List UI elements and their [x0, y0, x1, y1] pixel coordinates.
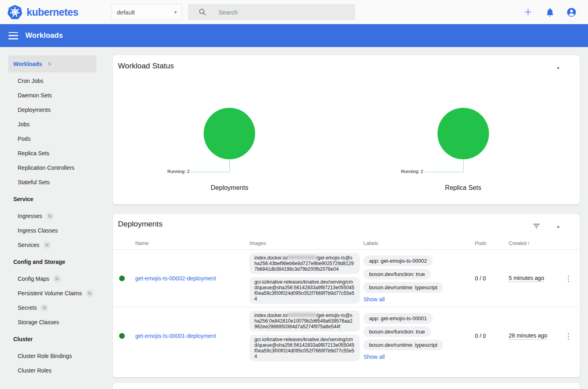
table-row: get-emojis-ts-00002-deploymentindex.dock… [113, 249, 580, 307]
label-chip: app: get-emojis-ts-00002 [363, 255, 433, 266]
sidebar-item-jobs[interactable]: Jobs [8, 117, 97, 132]
col-created[interactable]: Created↑ [509, 241, 557, 246]
sidebar-item-deployments[interactable]: Deployments [8, 103, 97, 117]
namespace-select[interactable]: default ▾ [111, 4, 182, 20]
sidebar-item-label: Service [13, 196, 33, 202]
sidebar-item-label: Cron Jobs [18, 78, 43, 84]
show-all-link[interactable]: Show all [363, 296, 385, 303]
pie-chart [437, 108, 489, 159]
sidebar-item-stateful-sets[interactable]: Stateful Sets [8, 175, 97, 189]
workload-status-card: Workload Status ▲ Running: 2DeploymentsR… [113, 55, 580, 204]
filter-icon[interactable] [532, 222, 541, 230]
bell-icon [545, 7, 555, 17]
image-chip: gcr.io/knative-releases/knative.dev/serv… [250, 277, 360, 304]
page-title: Workloads [25, 31, 63, 40]
sidebar-section-cluster: Cluster [8, 332, 97, 346]
col-pods: Pods [475, 241, 509, 246]
sidebar-item-services[interactable]: ServicesN [8, 238, 97, 252]
kebab-menu-icon[interactable]: ⋮ [565, 332, 572, 340]
notifications-button[interactable] [545, 7, 555, 17]
status-chart-deployments: Running: 2Deployments [113, 55, 347, 204]
sidebar-item-label: Replica Sets [18, 150, 50, 156]
deployment-link[interactable]: get-emojis-ts-00002-deployment [135, 275, 216, 282]
brand-text: kubernetes [27, 6, 78, 18]
deployments-title: Deployments [118, 220, 163, 228]
top-bar: kubernetes default ▾ [0, 0, 588, 24]
sidebar-item-storage-classes[interactable]: Storage Classes [8, 315, 97, 329]
search-input[interactable] [219, 9, 339, 16]
create-button[interactable] [523, 7, 533, 17]
account-button[interactable] [566, 7, 577, 17]
pods-cell: 0 / 0 [475, 253, 509, 304]
next-card-partial [113, 383, 580, 389]
pie-annotation: Running: 2 [401, 169, 423, 174]
status-cell [113, 311, 135, 361]
sidebar-item-label: Ingresses [18, 213, 42, 219]
annotation-line [191, 172, 229, 172]
created-value: 5 minutes ago [509, 275, 544, 282]
image-chip: index.docker.io//get-emojis-ts@sha256:0e… [250, 311, 360, 331]
table-header-row: Name Images Labels Pods Created↑ [113, 237, 580, 249]
new-badge: N [45, 60, 54, 68]
sidebar-section-config-and-storage: Config and Storage [8, 255, 97, 269]
annotation-line [463, 159, 464, 172]
col-labels: Labels [363, 241, 475, 246]
redacted-text [288, 313, 316, 317]
menu-icon[interactable] [8, 32, 18, 39]
label-chip: app: get-emojis-ts-00001 [363, 313, 433, 324]
running-status-icon [119, 333, 125, 339]
account-circle-icon [566, 7, 577, 18]
deployment-link[interactable]: get-emojis-ts-00001-deployment [135, 333, 216, 339]
labels-cell: app: get-emojis-ts-00002boson.dev/functi… [363, 253, 475, 304]
sidebar-item-persistent-volume-claims[interactable]: Persistent Volume ClaimsN [8, 286, 97, 300]
search-bar[interactable] [188, 4, 355, 20]
col-name: Name [135, 241, 250, 246]
search-icon [198, 8, 206, 16]
label-chip: boson.dev/runtime: typescript [363, 282, 443, 293]
deployments-card: Deployments ▲ Name Images Labels Pods Cr… [113, 214, 580, 377]
new-badge: N [43, 241, 51, 249]
images-cell: index.docker.io//get-emojis-ts@sha256:0e… [250, 311, 363, 361]
new-badge: N [40, 304, 48, 312]
sidebar-item-workloads[interactable]: WorkloadsN [8, 56, 97, 72]
redacted-text [288, 255, 316, 259]
sidebar-item-replication-controllers[interactable]: Replication Controllers [8, 161, 97, 175]
image-chip: gcr.io/knative-releases/knative.dev/serv… [250, 335, 360, 361]
sidebar-item-cron-jobs[interactable]: Cron Jobs [8, 74, 97, 88]
sidebar-item-label: Cluster [13, 336, 33, 342]
sidebar-item-replica-sets[interactable]: Replica Sets [8, 146, 97, 161]
sidebar-item-label: Cluster Roles [18, 367, 52, 374]
sidebar-item-label: Persistent Volume Claims [18, 290, 82, 296]
sidebar-item-cluster-roles[interactable]: Cluster Roles [8, 363, 97, 378]
sidebar-item-ingress-classes[interactable]: Ingress Classes [8, 223, 97, 238]
show-all-link[interactable]: Show all [363, 354, 385, 360]
sidebar-item-pods[interactable]: Pods [8, 132, 97, 146]
deployments-table: Name Images Labels Pods Created↑ get-emo… [113, 237, 580, 364]
sidebar-item-label: Deployments [18, 107, 51, 113]
row-menu-cell: ⋮ [557, 253, 580, 304]
sidebar-item-secrets[interactable]: SecretsN [8, 300, 97, 315]
sidebar-item-cluster-role-bindings[interactable]: Cluster Role Bindings [8, 349, 97, 363]
sidebar-item-label: Storage Classes [18, 319, 59, 325]
sidebar-item-label: Jobs [18, 121, 30, 128]
pie-chart [204, 108, 255, 159]
row-menu-cell: ⋮ [557, 311, 580, 361]
sidebar-item-ingresses[interactable]: IngressesN [8, 209, 97, 223]
kubernetes-logo[interactable]: kubernetes [7, 4, 78, 20]
created-cell: 28 minutes ago [509, 311, 557, 361]
col-images: Images [250, 241, 363, 246]
label-chip: boson.dev/function: true [363, 269, 431, 280]
sidebar-item-label: Daemon Sets [18, 92, 52, 99]
new-badge: N [86, 289, 94, 297]
sidebar-item-daemon-sets[interactable]: Daemon Sets [8, 88, 97, 103]
sort-ascending-icon: ↑ [527, 241, 530, 246]
sidebar-section-service: Service [8, 192, 97, 206]
sidebar: WorkloadsNCron JobsDaemon SetsDeployment… [8, 56, 97, 378]
label-chip: boson.dev/runtime: typescript [363, 340, 443, 350]
kebab-menu-icon[interactable]: ⋮ [565, 275, 572, 282]
sidebar-item-label: Workloads [13, 61, 42, 67]
sidebar-item-config-maps[interactable]: Config MapsN [8, 272, 97, 286]
collapse-icon[interactable]: ▲ [554, 222, 562, 230]
kubernetes-helm-icon [7, 4, 23, 20]
labels-cell: app: get-emojis-ts-00001boson.dev/functi… [363, 311, 475, 361]
